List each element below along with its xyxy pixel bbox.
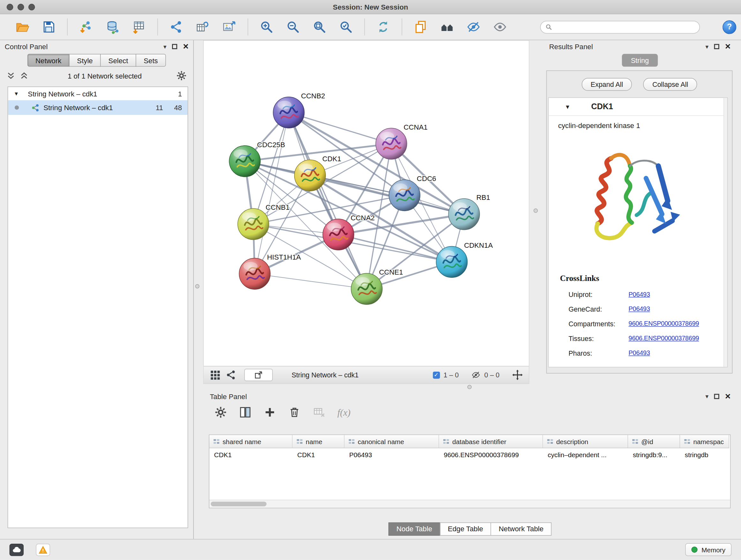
column-header-name[interactable]: name	[293, 435, 345, 448]
window-close-button[interactable]	[7, 4, 13, 10]
show-columns-button[interactable]	[239, 406, 252, 419]
panel-float-button[interactable]: ▾	[705, 43, 709, 49]
zoom-out-button[interactable]	[285, 19, 301, 35]
column-header-canonical-name[interactable]: canonical name	[345, 435, 439, 448]
network-row-selected[interactable]: String Network – cdk1 11 48	[8, 100, 188, 115]
control-tab-style[interactable]: Style	[69, 54, 101, 67]
import-network-file-button[interactable]	[78, 19, 94, 35]
open-session-button[interactable]	[14, 19, 30, 35]
pan-tool-button[interactable]	[512, 369, 523, 381]
crosslink-link[interactable]: P06493	[629, 349, 650, 356]
network-collection-row[interactable]: ▼ String Network – cdk1 1	[8, 87, 188, 100]
network-node-CCNE1[interactable]	[351, 273, 382, 305]
crosslink-link[interactable]: 9606.ENSP00000378699	[629, 334, 699, 341]
warnings-button[interactable]	[36, 543, 50, 556]
network-edge[interactable]	[255, 273, 367, 289]
network-node-CDC6[interactable]	[389, 180, 420, 211]
expand-all-icon[interactable]	[20, 71, 28, 80]
new-network-button[interactable]	[168, 19, 184, 35]
network-node-CCNB2[interactable]	[273, 97, 305, 128]
selected-indicator-icon[interactable]: ✓	[433, 371, 440, 378]
expander-icon[interactable]: ▼	[14, 91, 21, 97]
collapse-all-icon[interactable]	[7, 71, 15, 80]
network-node-CDC25B[interactable]	[229, 145, 260, 177]
control-tab-sets[interactable]: Sets	[136, 54, 166, 67]
search-input[interactable]	[555, 23, 695, 31]
network-from-table-button[interactable]	[195, 19, 211, 35]
table-horizontal-scrollbar[interactable]	[209, 500, 730, 508]
cloud-status-button[interactable]	[10, 543, 23, 556]
panel-maximize-button[interactable]	[714, 394, 719, 399]
window-minimize-button[interactable]	[17, 4, 24, 10]
create-column-button[interactable]	[264, 406, 276, 419]
memory-button[interactable]: Memory	[685, 543, 731, 556]
network-node-CDKN1A[interactable]	[436, 246, 468, 278]
delete-table-button[interactable]	[313, 406, 325, 419]
panel-float-button[interactable]: ▾	[163, 43, 166, 49]
first-neighbors-button[interactable]	[439, 19, 455, 35]
protein-header-row[interactable]: ▼ CDK1	[549, 98, 727, 116]
import-network-database-button[interactable]	[105, 19, 120, 35]
network-options-button[interactable]	[176, 71, 187, 81]
scrollbar-thumb[interactable]	[211, 502, 266, 506]
birdseye-button[interactable]	[209, 369, 221, 381]
panel-close-button[interactable]: ×	[183, 42, 189, 51]
show-all-button[interactable]	[492, 19, 508, 35]
network-edge[interactable]	[289, 112, 367, 289]
network-node-RB1[interactable]	[448, 199, 480, 230]
panel-maximize-button[interactable]	[714, 44, 719, 49]
zoom-selected-button[interactable]	[338, 19, 354, 35]
network-node-CCNA1[interactable]	[376, 128, 407, 159]
tab-node-table[interactable]: Node Table	[388, 522, 440, 536]
table-options-button[interactable]	[214, 406, 227, 419]
network-view[interactable]: CCNB2CCNA1CDC25BCDK1CDC6RB1CCNB1CCNA2CDK…	[203, 40, 529, 384]
crosslink-link[interactable]: P06493	[629, 306, 650, 313]
import-table-button[interactable]	[131, 19, 147, 35]
panel-maximize-button[interactable]	[172, 44, 177, 49]
function-builder-button[interactable]: f(x)	[337, 407, 350, 418]
crosslink-link[interactable]: 9606.ENSP00000378699	[629, 320, 699, 327]
network-node-CDK1[interactable]	[294, 160, 326, 191]
network-canvas[interactable]: CCNB2CCNA1CDC25BCDK1CDC6RB1CCNB1CCNA2CDK…	[204, 41, 529, 366]
delete-column-button[interactable]	[288, 406, 300, 419]
network-node-CCNA2[interactable]	[323, 219, 354, 250]
save-session-button[interactable]	[41, 19, 57, 35]
expand-all-button[interactable]: Expand All	[582, 78, 632, 91]
panel-float-button[interactable]: ▾	[705, 393, 709, 399]
help-button[interactable]: ?	[723, 20, 736, 34]
network-node-HIST1H1A[interactable]	[239, 258, 270, 290]
network-edge[interactable]	[255, 112, 289, 273]
control-tab-select[interactable]: Select	[100, 54, 136, 67]
graphics-detail-button[interactable]	[225, 369, 237, 381]
tab-string[interactable]: String	[622, 54, 658, 67]
column-header-namespac[interactable]: namespac	[680, 435, 729, 448]
collapse-all-button[interactable]: Collapse All	[643, 78, 697, 91]
network-edge[interactable]	[289, 112, 391, 144]
table-row[interactable]: CDK1CDK1P064939606.ENSP00000378699cyclin…	[209, 448, 730, 461]
clone-network-button[interactable]	[413, 19, 428, 35]
column-header-description[interactable]: description	[543, 435, 628, 448]
vertical-splitter-handle[interactable]	[195, 284, 199, 288]
zoom-in-button[interactable]	[259, 19, 274, 35]
refresh-view-button[interactable]	[375, 19, 391, 35]
panel-close-button[interactable]: ×	[725, 391, 731, 401]
tab-edge-table[interactable]: Edge Table	[440, 522, 491, 536]
vertical-splitter-handle[interactable]	[534, 208, 538, 212]
column-header-database-identifier[interactable]: database identifier	[439, 435, 543, 448]
network-node-CCNB1[interactable]	[238, 208, 269, 240]
export-image-button[interactable]	[221, 19, 237, 35]
results-scrollbar[interactable]	[724, 98, 727, 367]
panel-close-button[interactable]: ×	[725, 42, 731, 51]
column-header--id[interactable]: @id	[628, 435, 680, 448]
zoom-fit-button[interactable]	[312, 19, 327, 35]
window-maximize-button[interactable]	[28, 4, 35, 10]
collapse-icon[interactable]: ▼	[565, 104, 572, 110]
detach-view-button[interactable]	[245, 369, 273, 381]
control-tab-network[interactable]: Network	[27, 54, 70, 67]
column-header-shared-name[interactable]: shared name	[209, 435, 293, 448]
horizontal-splitter-handle[interactable]	[468, 385, 472, 389]
network-edge[interactable]	[338, 235, 452, 262]
hide-selected-button[interactable]	[466, 19, 482, 35]
tab-network-table[interactable]: Network Table	[491, 522, 552, 536]
crosslink-link[interactable]: P06493	[629, 291, 650, 298]
